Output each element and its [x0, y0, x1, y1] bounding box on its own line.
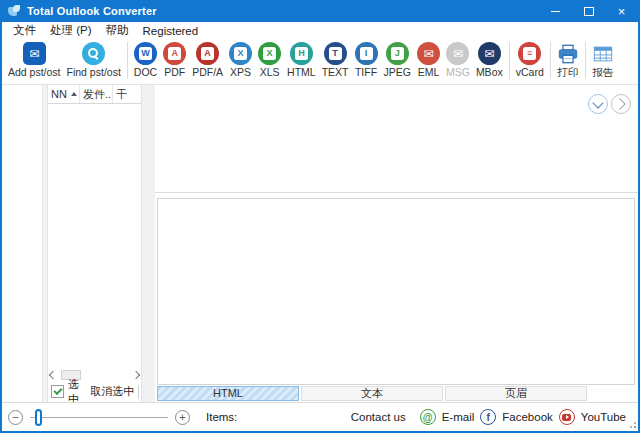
toolbar-button-label: Add pst/ost	[8, 66, 61, 78]
chevron-down-icon	[592, 97, 603, 108]
magnifier-glyph	[87, 47, 100, 60]
eml-format-icon: ✉	[417, 42, 440, 65]
uncheck-button[interactable]: 取消选中	[90, 384, 134, 399]
toolbar-button-label: TEXT	[322, 66, 349, 78]
html-letter: H	[295, 47, 308, 60]
toolbar-button-label: EML	[418, 66, 440, 78]
resize-grip[interactable]	[628, 420, 636, 428]
toolbar-button-label: 打印	[557, 66, 578, 80]
menu-help[interactable]: 帮助	[99, 23, 136, 38]
status-bar: − + Items: Contact us @ E-mail f Faceboo…	[2, 402, 638, 431]
youtube-link[interactable]: YouTube	[581, 411, 626, 423]
menu-registered[interactable]: Registered	[136, 25, 206, 37]
toolbar-button-text[interactable]: T TEXT	[319, 41, 352, 79]
toolbar-separator	[509, 42, 510, 79]
toolbar-button-doc[interactable]: W DOC	[131, 41, 160, 79]
preview-nav-buttons	[588, 94, 631, 114]
toolbar-separator	[127, 42, 128, 79]
minimize-icon	[551, 11, 560, 12]
jpeg-format-icon: J	[386, 42, 409, 65]
slider-track	[30, 417, 168, 418]
maximize-button[interactable]	[572, 0, 605, 22]
main-area: NN 发件... 干 选中	[2, 85, 638, 402]
toolbar: ✉ Add pst/ost Find pst/ost W DOC A PDF	[2, 39, 638, 85]
tab-text[interactable]: 文本	[301, 386, 443, 401]
toolbar-button-xls[interactable]: X XLS	[255, 41, 284, 79]
facebook-link[interactable]: Facebook	[502, 411, 553, 423]
youtube-icon[interactable]	[559, 409, 575, 425]
close-button[interactable]: ×	[605, 0, 638, 22]
doc-format-icon: W	[134, 42, 157, 65]
pdfa-format-icon: A	[196, 42, 219, 65]
text-letter: T	[329, 47, 342, 60]
envelope-icon: ✉	[453, 48, 463, 60]
list-preview-splitter[interactable]	[142, 85, 155, 402]
menu-file[interactable]: 文件	[6, 23, 43, 38]
jpeg-letter: J	[391, 47, 404, 60]
expand-down-button[interactable]	[588, 94, 608, 114]
column-header-subject[interactable]: 干	[113, 85, 141, 103]
toolbar-button-pdf[interactable]: A PDF	[160, 41, 189, 79]
xps-letter: X	[234, 47, 247, 60]
zoom-in-button[interactable]: +	[175, 410, 190, 425]
html-format-icon: H	[290, 42, 313, 65]
app-window: Total Outlook Converter × 文件 处理 (P) 帮助 R…	[0, 0, 640, 433]
toolbar-button-html[interactable]: H HTML	[284, 41, 319, 79]
toolbar-button-label: XPS	[230, 66, 251, 78]
zoom-slider[interactable]	[30, 409, 168, 426]
outlook-add-icon: ✉	[23, 42, 46, 65]
doc-letter: W	[139, 47, 152, 60]
minimize-button[interactable]	[539, 0, 572, 22]
toolbar-button-find-pst[interactable]: Find pst/ost	[64, 41, 124, 79]
window-controls: ×	[539, 0, 638, 22]
xls-letter: X	[263, 47, 276, 60]
toolbar-button-label: HTML	[287, 66, 316, 78]
toolbar-button-add-pst[interactable]: ✉ Add pst/ost	[5, 41, 64, 79]
folder-tree-panel[interactable]	[2, 85, 42, 402]
contact-us-link[interactable]: Contact us	[351, 411, 406, 423]
toolbar-button-pdfa[interactable]: A PDF/A	[189, 41, 226, 79]
text-format-icon: T	[324, 42, 347, 65]
toolbar-button-jpeg[interactable]: J JPEG	[381, 41, 414, 79]
tab-html[interactable]: HTML	[157, 386, 299, 401]
toolbar-button-label: XLS	[260, 66, 280, 78]
tiff-letter: I	[360, 47, 373, 60]
toolbar-button-label: PDF/A	[192, 66, 223, 78]
preview-content-box[interactable]	[157, 198, 635, 385]
column-header-from[interactable]: 发件...	[80, 85, 113, 103]
toolbar-button-vcard[interactable]: ≡ vCard	[513, 41, 547, 79]
email-link[interactable]: E-mail	[442, 411, 475, 423]
mbox-format-icon: ✉	[478, 42, 501, 65]
column-label: NN	[51, 88, 67, 100]
tab-header[interactable]: 页眉	[445, 386, 587, 401]
column-label: 发件...	[83, 87, 113, 102]
toolbar-button-report[interactable]: 报告	[589, 41, 617, 81]
pdf-format-icon: A	[163, 42, 186, 65]
toolbar-button-print[interactable]: 打印	[554, 41, 582, 81]
envelope-icon: ✉	[484, 48, 494, 60]
pdf-letter: A	[168, 47, 181, 60]
vcard-format-icon: ≡	[518, 42, 541, 65]
toolbar-button-eml[interactable]: ✉ EML	[414, 41, 443, 79]
toolbar-button-label: JPEG	[384, 66, 411, 78]
tiff-format-icon: I	[355, 42, 378, 65]
actions-separator	[138, 385, 139, 399]
menu-process[interactable]: 处理 (P)	[43, 23, 99, 38]
scroll-right-icon[interactable]	[132, 370, 140, 378]
toolbar-button-xps[interactable]: X XPS	[226, 41, 255, 79]
preview-pane: HTML 文本 页眉	[155, 85, 638, 402]
report-icon	[592, 42, 614, 65]
mail-list-header: NN 发件... 干	[48, 85, 141, 104]
list-actions-row: 选中 取消选中	[48, 381, 141, 402]
slider-thumb[interactable]	[35, 409, 42, 426]
column-header-nn[interactable]: NN	[48, 85, 80, 103]
toolbar-button-tiff[interactable]: I TIFF	[352, 41, 381, 79]
zoom-out-button[interactable]: −	[8, 410, 23, 425]
mail-list-body[interactable]	[48, 104, 141, 368]
email-icon[interactable]: @	[420, 409, 436, 425]
toolbar-button-mbox[interactable]: ✉ MBox	[473, 41, 506, 79]
toolbar-button-label: MSG	[446, 66, 470, 78]
next-button[interactable]	[611, 94, 631, 114]
facebook-icon[interactable]: f	[480, 409, 496, 425]
msg-format-icon-disabled: ✉	[446, 42, 469, 65]
